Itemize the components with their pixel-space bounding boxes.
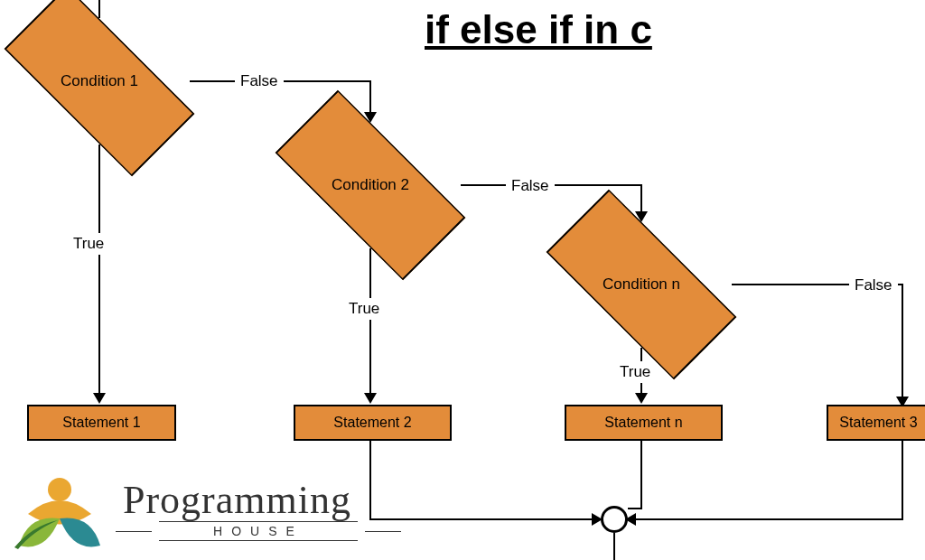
statement-3-label: Statement 3 (839, 415, 917, 431)
logo: Programming HOUSE (5, 464, 351, 555)
connector-line (628, 508, 642, 509)
logo-text-wrap: Programming HOUSE (123, 477, 351, 543)
condition-2-diamond: Condition 2 (280, 122, 461, 248)
condition-1-label: Condition 1 (61, 72, 138, 90)
connector-line (902, 284, 903, 401)
condition-n-label: Condition n (603, 275, 680, 294)
connector-line (628, 518, 903, 520)
connector-line (98, 0, 100, 18)
connector-line (369, 518, 601, 520)
page-title: if else if in c (425, 7, 652, 52)
logo-sub-text: HOUSE (159, 521, 358, 541)
condition-1-diamond: Condition 1 (9, 18, 190, 145)
merge-node-icon (601, 506, 628, 533)
connector-line (369, 441, 371, 519)
arrow-left-icon (625, 513, 636, 526)
connector-line (369, 248, 371, 397)
statement-2-label: Statement 2 (333, 415, 411, 431)
statement-n-box: Statement n (565, 405, 723, 441)
connector-line (640, 441, 642, 508)
true-1-label: True (68, 233, 109, 255)
connector-line (98, 145, 100, 397)
statement-2-box: Statement 2 (294, 405, 452, 441)
statement-n-label: Statement n (604, 415, 682, 431)
statement-1-box: Statement 1 (27, 405, 176, 441)
false-n-label: False (849, 275, 898, 296)
false-1-label: False (235, 70, 284, 92)
arrow-right-icon (592, 513, 603, 526)
svg-point-0 (48, 478, 71, 501)
arrow-down-icon (364, 393, 377, 404)
flowchart-canvas: if else if in c Condition 1 True False C… (0, 0, 925, 560)
arrow-down-icon (635, 393, 648, 404)
connector-line (613, 533, 615, 560)
arrow-down-icon (93, 393, 106, 404)
true-2-label: True (343, 298, 385, 320)
statement-3-box: Statement 3 (827, 405, 925, 441)
condition-2-label: Condition 2 (332, 176, 409, 194)
true-n-label: True (614, 361, 656, 383)
statement-1-label: Statement 1 (62, 415, 140, 431)
logo-mark-icon (5, 464, 114, 555)
condition-n-diamond: Condition n (551, 221, 732, 348)
logo-main-text: Programming (123, 477, 351, 523)
false-2-label: False (506, 175, 555, 197)
connector-line (369, 80, 371, 117)
connector-line (902, 441, 903, 519)
